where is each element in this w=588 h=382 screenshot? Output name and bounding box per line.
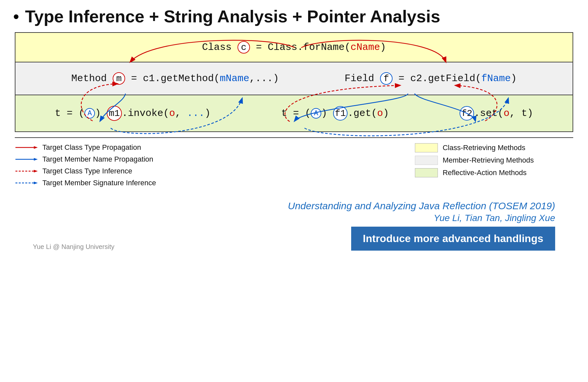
reference-paper: Understanding and Analyzing Java Reflect… [13,200,575,223]
footer-attribution: Yue Li @ Nanjing University [33,243,114,251]
legend-red-dash: Target Class Type Inference [15,167,156,175]
legend-red-dash-icon [15,168,38,174]
main-container: • Type Inference + String Analysis + Poi… [0,0,588,382]
footer: Yue Li @ Nanjing University Introduce mo… [13,223,575,251]
svg-marker-3 [34,158,38,161]
legend-reflective-action: Reflective-Action Methods [415,168,534,177]
f2-variable-circle: f2 [460,106,474,121]
f-variable-circle: f [380,72,393,85]
legend-right: Class-Retrieving Methods Member-Retrievi… [415,143,534,187]
legend-blue-dash-icon [15,180,38,186]
legend-red-solid: Target Class Type Propagation [15,143,156,152]
legend-blue-solid-label: Target Member Name Propagation [42,155,153,164]
legend-yellow-box [415,143,438,152]
legend-class-retrieving: Class-Retrieving Methods [415,143,534,152]
bullet: • [13,8,19,25]
legend-blue-dash-label: Target Member Signature Inference [42,179,156,187]
legend-blue-solid: Target Member Name Propagation [15,155,156,164]
f1-variable-circle: f1 [333,106,348,121]
set-code: f2.set(o, t) [460,106,533,121]
legend-yellow-label: Class-Retrieving Methods [442,144,525,152]
row-class-retrieving: Class c = Class.forName(cName) [15,33,573,62]
m-variable-circle: m [113,72,125,85]
legend-left: Target Class Type Propagation Target Mem… [15,143,156,187]
row-white-content: Method m = c1.getMethod(mName,...) Field… [25,72,563,85]
row-member-retrieving: Method m = c1.getMethod(mName,...) Field… [15,62,573,95]
invoke-o-var: o [169,108,175,119]
legend-area: Target Class Type Propagation Target Mem… [15,137,573,187]
fname-var: fName [481,73,511,84]
a-cast-circle-2: A [311,108,321,119]
invoke-dots: ... [187,108,205,119]
set-o-var: o [504,108,509,119]
title-line: • Type Inference + String Analysis + Poi… [13,7,575,26]
legend-blue-dash: Target Member Signature Inference [15,179,156,187]
svg-marker-7 [34,182,38,184]
a-cast-circle-1: A [84,108,95,119]
cta-button[interactable]: Introduce more advanced handlings [351,227,555,251]
get-o-var: o [377,108,383,119]
page-title: Type Inference + String Analysis + Point… [25,7,440,26]
c-variable-circle: c [237,41,250,54]
m1-variable-circle: m1 [107,106,122,121]
svg-marker-1 [34,146,38,149]
legend-red-dash-label: Target Class Type Inference [42,167,132,175]
legend-blue-solid-icon [15,156,38,163]
paper-title: Understanding and Analyzing Java Reflect… [13,200,555,212]
diagram-area: Class c = Class.forName(cName) Method m … [15,32,573,132]
class-code: Class c = Class.forName(cName) [202,41,386,54]
legend-gray-box [415,156,438,165]
row-green-content: t = (A) m1.invoke(o, ...) t = (A) f1.get… [25,106,563,121]
legend-green-label: Reflective-Action Methods [442,169,527,177]
cname-var: cName [351,42,380,53]
invoke-code: t = (A) m1.invoke(o, ...) [55,106,211,121]
get-code: t = (A) f1.get(o) [281,106,389,121]
row-reflective-action: t = (A) m1.invoke(o, ...) t = (A) f1.get… [15,95,573,131]
legend-gray-label: Member-Retrieving Methods [442,156,534,165]
paper-authors: Yue Li, Tian Tan, Jingling Xue [13,213,555,223]
legend-member-retrieving: Member-Retrieving Methods [415,156,534,165]
mname-var: mName [220,73,249,84]
legend-green-box [415,168,438,177]
svg-marker-5 [34,170,38,172]
row-yellow-content: Class c = Class.forName(cName) [25,41,563,54]
field-code: Field f = c2.getField(fName) [345,72,517,85]
legend-red-solid-label: Target Class Type Propagation [42,143,141,152]
legend-red-solid-icon [15,144,38,151]
method-code: Method m = c1.getMethod(mName,...) [71,72,279,85]
